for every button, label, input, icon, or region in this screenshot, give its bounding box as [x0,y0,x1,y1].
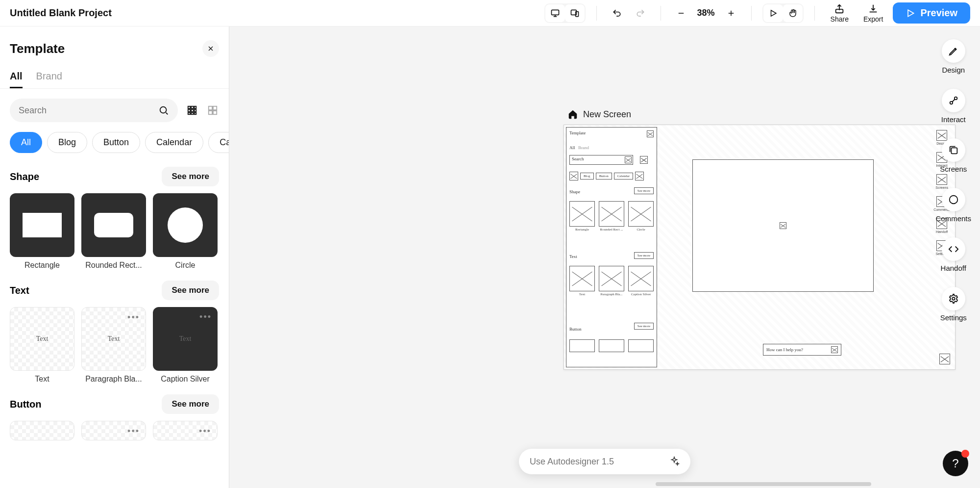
wf-seemore-3: See more [634,323,654,330]
screen-breadcrumb[interactable]: New Screen [567,109,631,120]
item-label: Paragraph Bla... [81,375,146,384]
template-button-3[interactable]: ••• [153,421,218,440]
wf-tab-brand: Brand [578,145,589,150]
template-button-1[interactable] [10,421,74,440]
hand-mode-button[interactable] [783,4,803,22]
autodesigner-bar[interactable] [519,449,690,474]
tab-all[interactable]: All [10,66,23,88]
grid-small-button[interactable] [186,104,198,117]
export-button[interactable]: Export [858,3,888,23]
category-chips: All Blog Button Calendar Ca [0,132,229,158]
wf-prompt-bar: How can I help you? [763,344,841,356]
dots-icon: ••• [199,426,211,437]
template-caption-silver[interactable]: •••Text Caption Silver [153,307,218,384]
play-icon [769,9,778,18]
export-label: Export [863,15,883,23]
wf-chip-calendar: Calendar [614,173,633,180]
rail-comments[interactable]: Comments [935,188,971,223]
grid-large-button[interactable] [206,104,219,117]
chip-button[interactable]: Button [92,132,140,153]
svg-point-23 [949,196,957,204]
rail-settings[interactable]: Settings [940,287,967,322]
zoom-in-button[interactable] [722,4,740,23]
project-title[interactable]: Untitled Blank Project [10,7,112,19]
svg-rect-13 [188,113,191,115]
template-rounded-rectangle[interactable]: Rounded Rect... [81,193,146,270]
wf-panel-title: Template [569,130,586,135]
template-paragraph-black[interactable]: •••Text Paragraph Bla... [81,307,146,384]
main: Template All Brand All Blog Button [0,26,980,488]
desktop-view-button[interactable] [545,4,565,22]
zoom-controls: 38% [672,4,740,23]
wf-thumb [628,339,654,352]
svg-rect-19 [213,111,217,114]
see-more-button[interactable]: See more [162,394,219,414]
link-icon [948,95,959,106]
monitor-icon [550,8,560,18]
chip-blog[interactable]: Blog [47,132,87,153]
rail-handoff[interactable]: Handoff [941,237,966,272]
chip-all[interactable]: All [10,132,42,153]
play-mode-button[interactable] [763,4,783,22]
template-panel: Template All Brand All Blog Button [0,26,229,488]
chip-more[interactable]: Ca [208,132,229,153]
autodesigner-input[interactable] [530,457,663,467]
gear-icon [948,293,959,304]
grid-small-icon [187,105,197,116]
dots-icon: ••• [199,312,212,322]
item-label: Circle [153,261,218,270]
chip-calendar[interactable]: Calendar [145,132,203,153]
responsive-view-button[interactable] [565,4,585,22]
divider [661,6,661,21]
code-icon [948,244,959,255]
tab-brand[interactable]: Brand [36,66,62,88]
artboard[interactable]: Template All Brand Search Blog Button Ca… [564,125,956,370]
template-circle[interactable]: Circle [153,193,218,270]
text-thumb: Text [179,335,192,343]
wf-chip-button: Button [596,173,612,180]
canvas[interactable]: New Screen Template All Brand Search Blo… [229,26,980,488]
right-tool-rail: Design Interact Screens Comments Handoff… [935,39,971,322]
zoom-level[interactable]: 38% [697,8,715,18]
horizontal-scrollbar[interactable] [656,482,871,486]
close-panel-button[interactable] [202,40,219,57]
wf-shape-title: Shape [569,189,580,194]
wf-thumb [569,339,595,352]
see-more-text[interactable]: See more [162,281,219,300]
share-button[interactable]: Share [826,3,854,23]
svg-marker-5 [908,10,914,16]
divider [814,6,815,21]
search-box[interactable] [10,99,178,122]
help-button[interactable]: ? [943,451,968,476]
rail-screens[interactable]: Screens [940,138,967,173]
top-bar: Untitled Blank Project 38% [0,0,980,26]
wf-thumb [599,339,624,352]
svg-rect-22 [951,148,957,154]
wf-thumb [569,266,595,291]
sparkle-icon [669,456,680,467]
template-rectangle[interactable]: Rectangle [10,193,74,270]
wf-chip-blog: Blog [580,173,594,180]
question-icon: ? [952,457,958,470]
devices-icon [570,8,580,18]
zoom-out-button[interactable] [672,4,690,23]
undo-button[interactable] [608,4,626,23]
wf-button-title: Button [569,327,582,332]
item-label: Rounded Rect... [81,261,146,270]
redo-button[interactable] [631,4,650,23]
share-icon [834,3,845,14]
see-more-shape[interactable]: See more [162,167,219,186]
preview-button[interactable]: Preview [893,2,970,24]
hand-icon [788,9,797,18]
rail-design[interactable]: Design [942,39,965,74]
device-toggle [544,3,586,23]
wf-thumb [628,201,654,227]
template-button-2[interactable]: ••• [81,421,146,440]
svg-rect-7 [188,106,191,109]
rail-interact[interactable]: Interact [941,89,966,124]
search-icon [158,105,169,116]
wf-thumb [628,266,654,291]
template-text[interactable]: Text Text [10,307,74,384]
search-input[interactable] [19,105,153,116]
divider [751,6,752,21]
